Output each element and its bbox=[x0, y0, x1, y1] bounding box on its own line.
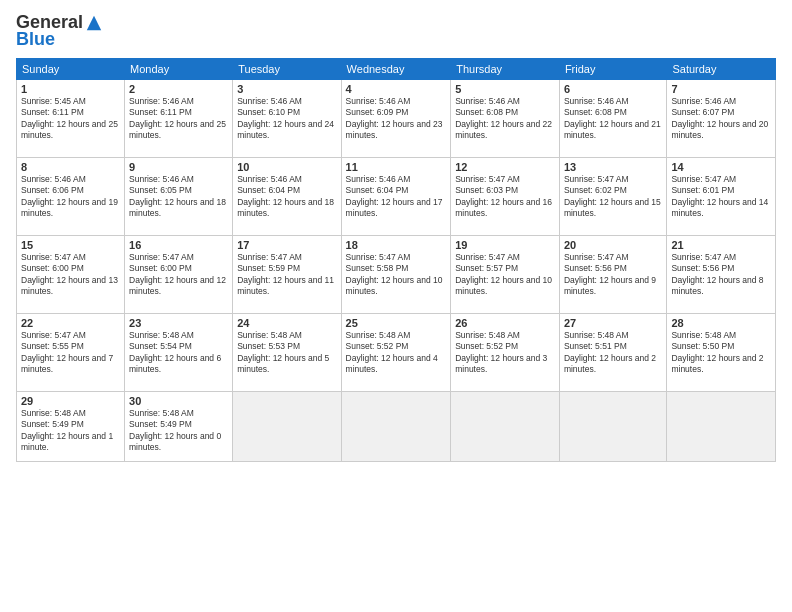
day-number: 11 bbox=[346, 161, 447, 173]
calendar-day-cell: 7Sunrise: 5:46 AMSunset: 6:07 PMDaylight… bbox=[667, 80, 776, 158]
calendar-day-cell: 30Sunrise: 5:48 AMSunset: 5:49 PMDayligh… bbox=[125, 392, 233, 462]
calendar-day-cell: 12Sunrise: 5:47 AMSunset: 6:03 PMDayligh… bbox=[451, 158, 560, 236]
calendar-day-cell: 17Sunrise: 5:47 AMSunset: 5:59 PMDayligh… bbox=[233, 236, 341, 314]
day-number: 24 bbox=[237, 317, 336, 329]
day-info: Sunrise: 5:47 AMSunset: 5:59 PMDaylight:… bbox=[237, 252, 336, 298]
day-number: 28 bbox=[671, 317, 771, 329]
day-info: Sunrise: 5:46 AMSunset: 6:10 PMDaylight:… bbox=[237, 96, 336, 142]
day-info: Sunrise: 5:46 AMSunset: 6:04 PMDaylight:… bbox=[346, 174, 447, 220]
day-number: 30 bbox=[129, 395, 228, 407]
calendar-day-cell: 26Sunrise: 5:48 AMSunset: 5:52 PMDayligh… bbox=[451, 314, 560, 392]
calendar-day-cell: 2Sunrise: 5:46 AMSunset: 6:11 PMDaylight… bbox=[125, 80, 233, 158]
calendar-day-cell: 28Sunrise: 5:48 AMSunset: 5:50 PMDayligh… bbox=[667, 314, 776, 392]
calendar-day-cell: 29Sunrise: 5:48 AMSunset: 5:49 PMDayligh… bbox=[17, 392, 125, 462]
day-number: 5 bbox=[455, 83, 555, 95]
day-number: 15 bbox=[21, 239, 120, 251]
calendar-day-cell: 14Sunrise: 5:47 AMSunset: 6:01 PMDayligh… bbox=[667, 158, 776, 236]
day-number: 3 bbox=[237, 83, 336, 95]
day-number: 20 bbox=[564, 239, 663, 251]
calendar-day-cell bbox=[341, 392, 451, 462]
day-number: 9 bbox=[129, 161, 228, 173]
calendar-day-cell: 13Sunrise: 5:47 AMSunset: 6:02 PMDayligh… bbox=[559, 158, 667, 236]
day-number: 27 bbox=[564, 317, 663, 329]
day-info: Sunrise: 5:47 AMSunset: 6:01 PMDaylight:… bbox=[671, 174, 771, 220]
day-number: 14 bbox=[671, 161, 771, 173]
day-number: 10 bbox=[237, 161, 336, 173]
day-info: Sunrise: 5:48 AMSunset: 5:53 PMDaylight:… bbox=[237, 330, 336, 376]
day-number: 4 bbox=[346, 83, 447, 95]
day-info: Sunrise: 5:47 AMSunset: 6:00 PMDaylight:… bbox=[129, 252, 228, 298]
calendar-day-cell: 25Sunrise: 5:48 AMSunset: 5:52 PMDayligh… bbox=[341, 314, 451, 392]
calendar-day-cell: 8Sunrise: 5:46 AMSunset: 6:06 PMDaylight… bbox=[17, 158, 125, 236]
day-info: Sunrise: 5:46 AMSunset: 6:05 PMDaylight:… bbox=[129, 174, 228, 220]
day-number: 12 bbox=[455, 161, 555, 173]
calendar-day-cell bbox=[559, 392, 667, 462]
day-info: Sunrise: 5:48 AMSunset: 5:54 PMDaylight:… bbox=[129, 330, 228, 376]
calendar-day-cell: 27Sunrise: 5:48 AMSunset: 5:51 PMDayligh… bbox=[559, 314, 667, 392]
logo: General Blue bbox=[16, 12, 103, 50]
calendar-day-cell: 24Sunrise: 5:48 AMSunset: 5:53 PMDayligh… bbox=[233, 314, 341, 392]
calendar-day-cell: 3Sunrise: 5:46 AMSunset: 6:10 PMDaylight… bbox=[233, 80, 341, 158]
day-info: Sunrise: 5:48 AMSunset: 5:51 PMDaylight:… bbox=[564, 330, 663, 376]
day-number: 7 bbox=[671, 83, 771, 95]
day-number: 25 bbox=[346, 317, 447, 329]
calendar-day-cell: 19Sunrise: 5:47 AMSunset: 5:57 PMDayligh… bbox=[451, 236, 560, 314]
calendar-day-cell: 15Sunrise: 5:47 AMSunset: 6:00 PMDayligh… bbox=[17, 236, 125, 314]
calendar-header-row: SundayMondayTuesdayWednesdayThursdayFrid… bbox=[17, 59, 776, 80]
calendar-day-cell: 16Sunrise: 5:47 AMSunset: 6:00 PMDayligh… bbox=[125, 236, 233, 314]
day-info: Sunrise: 5:46 AMSunset: 6:09 PMDaylight:… bbox=[346, 96, 447, 142]
day-number: 26 bbox=[455, 317, 555, 329]
calendar-header-thursday: Thursday bbox=[451, 59, 560, 80]
day-info: Sunrise: 5:47 AMSunset: 5:56 PMDaylight:… bbox=[564, 252, 663, 298]
day-info: Sunrise: 5:46 AMSunset: 6:04 PMDaylight:… bbox=[237, 174, 336, 220]
svg-marker-0 bbox=[87, 15, 101, 29]
page-container: General Blue SundayMondayTuesdayWednesda… bbox=[0, 0, 792, 470]
day-number: 29 bbox=[21, 395, 120, 407]
day-info: Sunrise: 5:48 AMSunset: 5:49 PMDaylight:… bbox=[21, 408, 120, 454]
calendar-day-cell: 18Sunrise: 5:47 AMSunset: 5:58 PMDayligh… bbox=[341, 236, 451, 314]
header: General Blue bbox=[16, 12, 776, 50]
logo-icon bbox=[85, 14, 103, 32]
calendar-day-cell bbox=[451, 392, 560, 462]
day-info: Sunrise: 5:47 AMSunset: 6:02 PMDaylight:… bbox=[564, 174, 663, 220]
day-info: Sunrise: 5:47 AMSunset: 5:56 PMDaylight:… bbox=[671, 252, 771, 298]
day-info: Sunrise: 5:46 AMSunset: 6:07 PMDaylight:… bbox=[671, 96, 771, 142]
day-info: Sunrise: 5:46 AMSunset: 6:08 PMDaylight:… bbox=[455, 96, 555, 142]
calendar-day-cell: 23Sunrise: 5:48 AMSunset: 5:54 PMDayligh… bbox=[125, 314, 233, 392]
calendar-day-cell: 10Sunrise: 5:46 AMSunset: 6:04 PMDayligh… bbox=[233, 158, 341, 236]
calendar-week-3: 15Sunrise: 5:47 AMSunset: 6:00 PMDayligh… bbox=[17, 236, 776, 314]
day-number: 19 bbox=[455, 239, 555, 251]
calendar-week-1: 1Sunrise: 5:45 AMSunset: 6:11 PMDaylight… bbox=[17, 80, 776, 158]
calendar-table: SundayMondayTuesdayWednesdayThursdayFrid… bbox=[16, 58, 776, 462]
day-info: Sunrise: 5:47 AMSunset: 5:58 PMDaylight:… bbox=[346, 252, 447, 298]
calendar-header-tuesday: Tuesday bbox=[233, 59, 341, 80]
calendar-header-sunday: Sunday bbox=[17, 59, 125, 80]
calendar-week-5: 29Sunrise: 5:48 AMSunset: 5:49 PMDayligh… bbox=[17, 392, 776, 462]
day-number: 13 bbox=[564, 161, 663, 173]
day-info: Sunrise: 5:47 AMSunset: 6:03 PMDaylight:… bbox=[455, 174, 555, 220]
logo-blue-text: Blue bbox=[16, 29, 55, 50]
calendar-day-cell: 6Sunrise: 5:46 AMSunset: 6:08 PMDaylight… bbox=[559, 80, 667, 158]
day-info: Sunrise: 5:47 AMSunset: 6:00 PMDaylight:… bbox=[21, 252, 120, 298]
calendar-week-2: 8Sunrise: 5:46 AMSunset: 6:06 PMDaylight… bbox=[17, 158, 776, 236]
day-info: Sunrise: 5:47 AMSunset: 5:55 PMDaylight:… bbox=[21, 330, 120, 376]
calendar-day-cell bbox=[233, 392, 341, 462]
day-info: Sunrise: 5:48 AMSunset: 5:49 PMDaylight:… bbox=[129, 408, 228, 454]
day-info: Sunrise: 5:48 AMSunset: 5:52 PMDaylight:… bbox=[346, 330, 447, 376]
day-number: 17 bbox=[237, 239, 336, 251]
calendar-day-cell: 4Sunrise: 5:46 AMSunset: 6:09 PMDaylight… bbox=[341, 80, 451, 158]
day-number: 22 bbox=[21, 317, 120, 329]
day-info: Sunrise: 5:48 AMSunset: 5:52 PMDaylight:… bbox=[455, 330, 555, 376]
calendar-header-friday: Friday bbox=[559, 59, 667, 80]
calendar-day-cell: 20Sunrise: 5:47 AMSunset: 5:56 PMDayligh… bbox=[559, 236, 667, 314]
calendar-day-cell: 11Sunrise: 5:46 AMSunset: 6:04 PMDayligh… bbox=[341, 158, 451, 236]
calendar-day-cell: 9Sunrise: 5:46 AMSunset: 6:05 PMDaylight… bbox=[125, 158, 233, 236]
day-info: Sunrise: 5:46 AMSunset: 6:06 PMDaylight:… bbox=[21, 174, 120, 220]
calendar-day-cell: 5Sunrise: 5:46 AMSunset: 6:08 PMDaylight… bbox=[451, 80, 560, 158]
calendar-week-4: 22Sunrise: 5:47 AMSunset: 5:55 PMDayligh… bbox=[17, 314, 776, 392]
calendar-day-cell: 21Sunrise: 5:47 AMSunset: 5:56 PMDayligh… bbox=[667, 236, 776, 314]
calendar-day-cell bbox=[667, 392, 776, 462]
day-info: Sunrise: 5:47 AMSunset: 5:57 PMDaylight:… bbox=[455, 252, 555, 298]
day-number: 2 bbox=[129, 83, 228, 95]
day-info: Sunrise: 5:45 AMSunset: 6:11 PMDaylight:… bbox=[21, 96, 120, 142]
